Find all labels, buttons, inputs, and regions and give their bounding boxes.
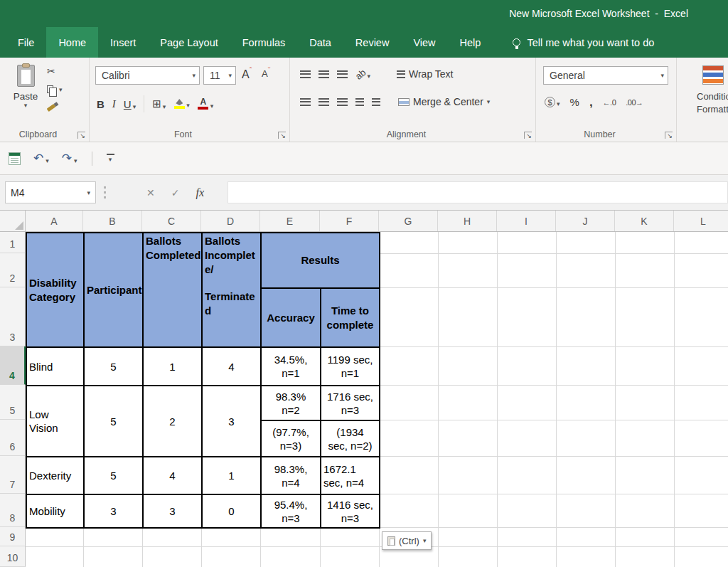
tab-data[interactable]: Data: [297, 27, 343, 58]
conditional-formatting-button[interactable]: Conditional Formatting: [697, 90, 728, 116]
tab-review[interactable]: Review: [343, 27, 402, 58]
font-name-combobox[interactable]: Calibri ▾: [95, 66, 200, 85]
decrease-indent-button[interactable]: [355, 98, 364, 106]
cell-C7-completed[interactable]: 4: [143, 457, 202, 494]
cell-F4-time[interactable]: 1199 sec, n=1: [321, 347, 380, 386]
tab-home[interactable]: Home: [46, 27, 98, 58]
number-format-dropdown-icon[interactable]: ▾: [660, 72, 664, 79]
alignment-dialog-launcher[interactable]: ↘: [524, 132, 532, 139]
bold-button[interactable]: B: [97, 98, 105, 110]
row-header-4[interactable]: 4: [0, 346, 26, 385]
paste-options-dropdown-icon[interactable]: ▾: [423, 537, 427, 544]
underline-button[interactable]: U▾: [124, 98, 136, 110]
number-format-combobox[interactable]: General ▾: [543, 66, 668, 85]
cell-D1-ballots-incomplete[interactable]: Ballots Incomplete/ Terminated: [202, 233, 261, 347]
font-size-dropdown-icon[interactable]: ▾: [228, 72, 232, 79]
cell-A4-category[interactable]: Blind: [26, 347, 84, 386]
column-header-J[interactable]: J: [556, 211, 615, 231]
name-box-dropdown-icon[interactable]: ▾: [87, 189, 90, 196]
grow-font-button[interactable]: Aˆ: [242, 68, 252, 81]
tab-insert[interactable]: Insert: [98, 27, 148, 58]
cell-F7-time[interactable]: 1672.1 sec, n=4: [321, 457, 380, 494]
cell-E7-accuracy[interactable]: 98.3%, n=4: [261, 457, 321, 494]
column-header-H[interactable]: H: [438, 211, 497, 231]
paste-button[interactable]: Paste ▾: [7, 63, 44, 127]
column-header-L[interactable]: L: [674, 211, 728, 231]
cell-D7-incomplete[interactable]: 1: [202, 457, 261, 494]
number-dialog-launcher[interactable]: ↘: [665, 132, 673, 139]
tell-me-box[interactable]: Tell me what you want to do: [513, 27, 654, 58]
redo-button[interactable]: ↷▾: [62, 153, 77, 164]
align-left-icon[interactable]: [300, 98, 311, 106]
column-header-G[interactable]: G: [379, 211, 438, 231]
align-center-icon[interactable]: [318, 98, 329, 106]
cell-B8-participants[interactable]: 3: [84, 494, 143, 528]
tab-view[interactable]: View: [401, 27, 447, 58]
cell-D4-incomplete[interactable]: 4: [202, 347, 261, 386]
column-header-K[interactable]: K: [615, 211, 674, 231]
row-header-8[interactable]: 8: [0, 494, 26, 527]
column-header-I[interactable]: I: [497, 211, 556, 231]
format-painter-button[interactable]: [47, 102, 63, 114]
align-right-icon[interactable]: [337, 98, 348, 106]
align-bottom-icon[interactable]: [337, 70, 348, 78]
cell-C8-completed[interactable]: 3: [143, 494, 202, 528]
tab-page-layout[interactable]: Page Layout: [148, 27, 230, 58]
row-header-10[interactable]: 10: [0, 546, 26, 567]
paste-dropdown-icon[interactable]: ▾: [24, 102, 28, 109]
fill-color-button[interactable]: ▾: [173, 99, 190, 109]
font-name-dropdown-icon[interactable]: ▾: [192, 72, 196, 79]
row-header-2[interactable]: 2: [0, 253, 26, 287]
cell-D5-incomplete[interactable]: 3: [202, 386, 261, 457]
row-header-6[interactable]: 6: [0, 420, 26, 456]
cell-F3-time-to-complete[interactable]: Time to complete: [321, 288, 380, 347]
name-box[interactable]: M4 ▾: [5, 181, 96, 203]
clipboard-dialog-launcher[interactable]: ↘: [77, 132, 85, 139]
workbook-icon[interactable]: [9, 152, 21, 165]
column-header-C[interactable]: C: [142, 211, 201, 231]
row-header-9[interactable]: 9: [0, 527, 26, 546]
row-header-1[interactable]: 1: [0, 232, 26, 253]
cell-E1-results[interactable]: Results: [261, 233, 380, 288]
insert-function-icon[interactable]: fx: [196, 186, 204, 199]
column-header-F[interactable]: F: [320, 211, 379, 231]
cell-B1-participants[interactable]: Participants: [84, 233, 143, 347]
tab-help[interactable]: Help: [448, 27, 493, 58]
paste-options-button[interactable]: (Ctrl) ▾: [382, 531, 432, 550]
conditional-formatting-icon[interactable]: [702, 65, 724, 85]
cell-B4-participants[interactable]: 5: [84, 347, 143, 386]
cell-E6-accuracy[interactable]: (97.7%, n=3): [261, 420, 321, 457]
accounting-format-button[interactable]: $▾: [545, 97, 560, 107]
font-dialog-launcher[interactable]: ↘: [278, 132, 286, 139]
increase-decimal-button[interactable]: ←.0: [603, 98, 616, 107]
cell-B7-participants[interactable]: 5: [84, 457, 143, 494]
formula-bar-splitter[interactable]: [104, 186, 106, 198]
column-header-D[interactable]: D: [201, 211, 260, 231]
column-header-B[interactable]: B: [83, 211, 142, 231]
tab-file[interactable]: File: [6, 27, 46, 58]
cell-E4-accuracy[interactable]: 34.5%, n=1: [261, 347, 321, 386]
row-header-3[interactable]: 3: [0, 287, 26, 346]
cell-B5-participants[interactable]: 5: [84, 386, 143, 457]
cell-C1-ballots-completed[interactable]: Ballots Completed: [143, 233, 202, 347]
cell-C4-completed[interactable]: 1: [143, 347, 202, 386]
font-color-button[interactable]: A ▾: [198, 98, 214, 110]
column-header-A[interactable]: A: [26, 211, 83, 231]
customize-quick-access-button[interactable]: ▾: [107, 154, 114, 163]
cell-C5-completed[interactable]: 2: [143, 386, 202, 457]
cell-F8-time[interactable]: 1416 sec, n=3: [321, 494, 380, 528]
shrink-font-button[interactable]: Aˇ: [262, 68, 270, 79]
align-top-icon[interactable]: [300, 70, 311, 78]
cell-D8-incomplete[interactable]: 0: [202, 494, 261, 528]
cell-A5-category[interactable]: Low Vision: [26, 386, 84, 457]
tab-formulas[interactable]: Formulas: [230, 27, 297, 58]
select-all-button[interactable]: [0, 211, 26, 231]
formula-input[interactable]: [228, 181, 728, 203]
italic-button[interactable]: I: [112, 98, 116, 110]
cut-button[interactable]: ✂: [47, 65, 63, 77]
row-header-7[interactable]: 7: [0, 456, 26, 494]
cell-A8-category[interactable]: Mobility: [26, 494, 84, 528]
percent-style-button[interactable]: %: [570, 96, 579, 108]
cell-A1-disability-category[interactable]: Disability Category: [26, 233, 84, 347]
align-middle-icon[interactable]: [318, 70, 329, 78]
